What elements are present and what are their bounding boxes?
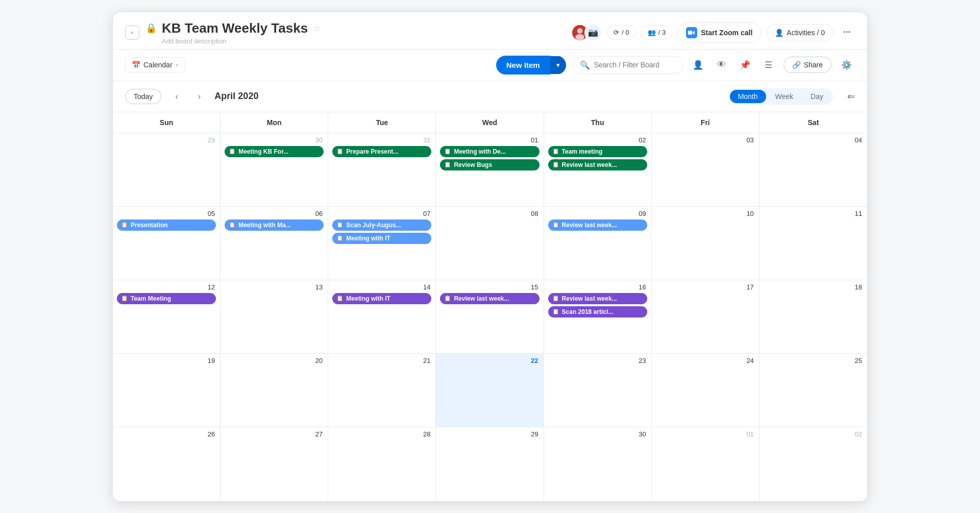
cell-12[interactable]: 12 📋 Team Meeting	[113, 280, 220, 353]
settings-button[interactable]: ⚙️	[838, 56, 855, 74]
cell-number: 25	[764, 357, 863, 364]
event-review-last-3[interactable]: 📋 Review last week...	[440, 293, 539, 304]
collapse-button[interactable]: ⇐	[847, 91, 855, 102]
cell-28[interactable]: 28	[328, 427, 436, 501]
event-meeting-it-1[interactable]: 📋 Meeting with IT	[332, 233, 431, 244]
cell-number: 14	[332, 283, 431, 291]
pin-button[interactable]: 📌	[737, 56, 754, 74]
event-icon: 📋	[121, 222, 128, 228]
day-view-button[interactable]: Day	[802, 90, 831, 103]
cell-23[interactable]: 23	[544, 354, 652, 427]
cell-number: 18	[764, 283, 863, 291]
cell-03[interactable]: 03	[652, 133, 760, 206]
person-filter-button[interactable]: 👤	[690, 56, 707, 74]
invite-button[interactable]: 👥 / 3	[641, 25, 672, 40]
cell-11[interactable]: 11	[760, 207, 867, 280]
event-icon: 📋	[336, 148, 344, 155]
cell-30-apr[interactable]: 30	[544, 427, 652, 501]
sidebar-toggle[interactable]: ‹	[125, 26, 139, 40]
board-title: KB Team Weekly Tasks	[162, 20, 308, 36]
event-label: Meeting with De...	[454, 148, 505, 155]
cell-24[interactable]: 24	[652, 354, 760, 427]
activities-label: Activities / 0	[787, 29, 825, 37]
event-team-meeting-2[interactable]: 📋 Team Meeting	[117, 293, 216, 304]
event-review-last-1[interactable]: 📋 Review last week...	[548, 159, 647, 170]
filter-button[interactable]: ☰	[760, 56, 777, 74]
cell-number: 27	[225, 430, 324, 438]
new-item-dropdown[interactable]: ▾	[550, 56, 566, 74]
cell-06[interactable]: 06 📋 Meeting with Ma...	[220, 207, 328, 280]
event-label: Scan July-Augus...	[346, 222, 401, 229]
cell-10[interactable]: 10	[652, 207, 760, 280]
event-meeting-de[interactable]: 📋 Meeting with De...	[440, 146, 539, 157]
cell-14[interactable]: 14 📋 Meeting with IT	[328, 280, 436, 353]
activities-button[interactable]: 👤 Activities / 0	[766, 24, 834, 41]
new-item-button[interactable]: New Item ▾	[496, 56, 566, 75]
cell-number: 02	[764, 430, 863, 438]
avatar-camera[interactable]: 📷	[584, 24, 602, 41]
event-scan-july[interactable]: 📋 Scan July-Augus...	[332, 219, 431, 231]
cell-05[interactable]: 05 📋 Presentation	[113, 207, 220, 280]
cell-27[interactable]: 27	[220, 427, 328, 501]
event-icon: 📋	[444, 161, 451, 168]
calendar-grid: Sun Mon Tue Wed Thu Fri Sat 29 30 📋 Meet…	[113, 112, 867, 501]
cell-number: 19	[117, 357, 216, 364]
gear-icon: ⚙️	[841, 60, 852, 70]
cell-02[interactable]: 02 📋 Team meeting 📋 Review last week...	[544, 133, 652, 206]
zoom-icon	[686, 27, 697, 38]
month-view-button[interactable]: Month	[730, 90, 766, 103]
cell-04[interactable]: 04	[760, 133, 867, 206]
event-meeting-ma[interactable]: 📋 Meeting with Ma...	[225, 219, 324, 231]
cell-29-prev[interactable]: 29	[113, 133, 220, 206]
cell-29-apr[interactable]: 29	[436, 427, 544, 501]
cell-01-next[interactable]: 01	[652, 427, 760, 501]
search-box[interactable]: 🔍	[572, 56, 683, 74]
event-presentation[interactable]: 📋 Presentation	[117, 219, 216, 231]
cell-30-prev[interactable]: 30 📋 Meeting KB For...	[220, 133, 328, 206]
event-review-last-4[interactable]: 📋 Review last week...	[548, 293, 647, 304]
cell-07[interactable]: 07 📋 Scan July-Augus... 📋 Meeting with I…	[328, 207, 436, 280]
next-month-button[interactable]: ›	[192, 89, 206, 104]
updates-button[interactable]: ⟳ / 0	[607, 25, 635, 40]
event-review-bugs[interactable]: 📋 Review Bugs	[440, 159, 539, 170]
cell-08[interactable]: 08	[436, 207, 544, 280]
event-team-meeting-1[interactable]: 📋 Team meeting	[548, 146, 647, 157]
event-scan-2018[interactable]: 📋 Scan 2018 articl...	[548, 306, 647, 317]
search-input[interactable]	[594, 61, 676, 69]
cell-20[interactable]: 20	[220, 354, 328, 427]
board-description[interactable]: Add board description	[162, 37, 571, 45]
cell-13[interactable]: 13	[220, 280, 328, 353]
cell-26[interactable]: 26	[113, 427, 220, 501]
cell-25[interactable]: 25	[760, 354, 867, 427]
week-view-button[interactable]: Week	[767, 90, 802, 103]
event-meeting-it-2[interactable]: 📋 Meeting with IT	[332, 293, 431, 304]
cell-18[interactable]: 18	[760, 280, 867, 353]
event-label: Meeting with IT	[346, 235, 390, 242]
prev-month-button[interactable]: ‹	[169, 89, 184, 104]
event-review-last-2[interactable]: 📋 Review last week...	[548, 219, 647, 231]
zoom-button[interactable]: Start Zoom call	[677, 22, 761, 43]
more-button[interactable]: ···	[839, 25, 855, 41]
cell-15[interactable]: 15 📋 Review last week...	[436, 280, 544, 353]
cell-17[interactable]: 17	[652, 280, 760, 353]
cell-number: 09	[548, 210, 647, 217]
cell-31-prev[interactable]: 31 📋 Prepare Present...	[328, 133, 436, 206]
cell-21[interactable]: 21	[328, 354, 436, 427]
hide-button[interactable]: 👁	[713, 56, 730, 74]
cell-number: 17	[656, 283, 755, 291]
event-prepare[interactable]: 📋 Prepare Present...	[332, 146, 431, 157]
event-meeting-kb[interactable]: 📋 Meeting KB For...	[225, 146, 324, 157]
cell-19[interactable]: 19	[113, 354, 220, 427]
star-icon[interactable]: ☆	[313, 22, 321, 34]
calendar-view-button[interactable]: 📅 Calendar ▾	[125, 57, 185, 72]
cell-09[interactable]: 09 📋 Review last week...	[544, 207, 652, 280]
cell-01[interactable]: 01 📋 Meeting with De... 📋 Review Bugs	[436, 133, 544, 206]
cell-22-today[interactable]: 22	[436, 354, 544, 427]
today-button[interactable]: Today	[125, 89, 161, 104]
cell-number: 23	[548, 357, 647, 364]
new-item-main[interactable]: New Item	[496, 56, 550, 75]
cell-02-next[interactable]: 02	[760, 427, 867, 501]
cell-number: 30	[548, 430, 647, 438]
share-button[interactable]: 🔗 Share	[783, 57, 831, 73]
cell-16[interactable]: 16 📋 Review last week... 📋 Scan 2018 art…	[544, 280, 652, 353]
